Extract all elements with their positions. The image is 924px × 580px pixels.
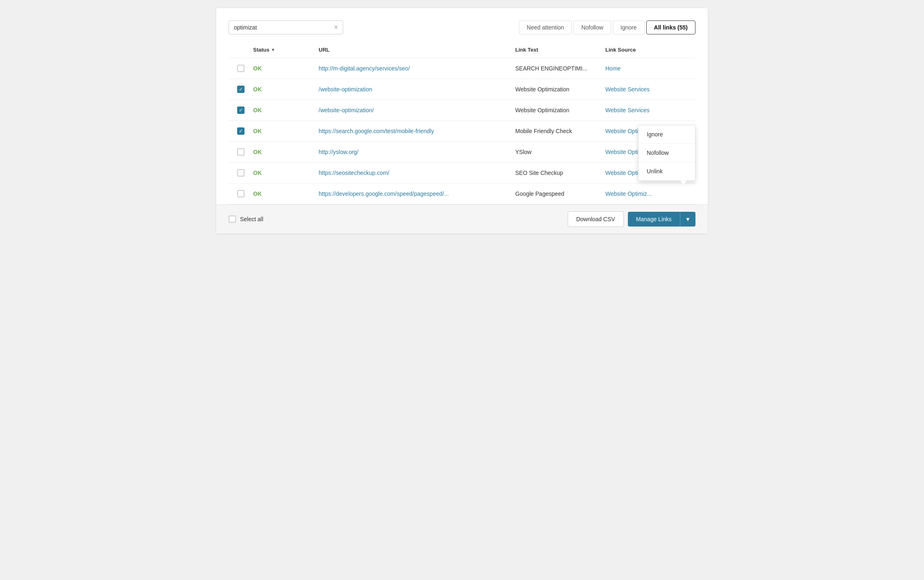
url-cell: /website-optimization <box>319 86 515 93</box>
table-row: OK http://m-digital.agency/services/seo/… <box>229 58 695 79</box>
checkbox-cell <box>229 169 253 177</box>
status-cell: OK <box>253 107 319 113</box>
footer-bar: Select all Download CSV Manage Links ▼ <box>216 204 708 233</box>
row-checkbox[interactable] <box>237 86 245 93</box>
row-checkbox[interactable] <box>237 127 245 135</box>
table-row: OK /website-optimization/ Website Optimi… <box>229 100 695 121</box>
col-link-text: Link Text <box>515 47 605 53</box>
url-cell: /website-optimization/ <box>319 106 515 114</box>
url-cell: https://seositecheckup.com/ <box>319 169 515 177</box>
footer-actions: Download CSV Manage Links ▼ <box>568 211 695 227</box>
col-link-source: Link Source <box>605 47 695 53</box>
select-all-label: Select all <box>240 216 263 222</box>
top-bar: × Need attention Nofollow Ignore All lin… <box>229 20 695 34</box>
source-cell: Website Services <box>605 86 695 93</box>
source-link[interactable]: Website Services <box>605 107 650 113</box>
manage-links-dropdown-button[interactable]: ▼ <box>680 212 695 227</box>
status-cell: OK <box>253 190 319 197</box>
tab-nofollow[interactable]: Nofollow <box>573 20 611 34</box>
col-checkbox <box>229 47 253 53</box>
url-link[interactable]: /website-optimization <box>319 86 372 93</box>
checkbox-cell <box>229 86 253 93</box>
table-row: OK https://developers.google.com/speed/p… <box>229 184 695 204</box>
link-text-cell: Mobile Friendly Check <box>515 128 605 134</box>
url-link[interactable]: http://m-digital.agency/services/seo/ <box>319 65 410 72</box>
link-text-cell: SEO Site Checkup <box>515 170 605 176</box>
row-checkbox[interactable] <box>237 148 245 156</box>
url-link[interactable]: https://developers.google.com/speed/page… <box>319 190 449 197</box>
dropdown-ignore[interactable]: Ignore <box>639 125 695 144</box>
url-cell: https://developers.google.com/speed/page… <box>319 190 515 197</box>
main-container: × Need attention Nofollow Ignore All lin… <box>216 8 708 233</box>
table-row: OK http://yslow.org/ YSlow Website Optim… <box>229 142 695 163</box>
search-clear-button[interactable]: × <box>334 24 338 31</box>
source-cell: Website Optimiz... Ignore Nofollow Unlin… <box>605 190 695 197</box>
sort-icon: ▼ <box>271 48 275 52</box>
row-checkbox[interactable] <box>237 65 245 72</box>
status-cell: OK <box>253 128 319 134</box>
dropdown-unlink[interactable]: Unlink <box>639 162 695 181</box>
table-header: Status ▼ URL Link Text Link Source <box>229 47 695 58</box>
status-cell: OK <box>253 149 319 155</box>
manage-links-button[interactable]: Manage Links <box>628 212 680 227</box>
link-text-cell: Google Pagespeed <box>515 190 605 197</box>
select-all-wrapper: Select all <box>229 215 263 223</box>
status-cell: OK <box>253 86 319 93</box>
url-cell: http://yslow.org/ <box>319 148 515 156</box>
link-text-cell: Website Optimization <box>515 107 605 113</box>
table-row: OK https://seositecheckup.com/ SEO Site … <box>229 163 695 184</box>
source-link[interactable]: Home <box>605 65 621 72</box>
context-dropdown-menu: Ignore Nofollow Unlink <box>638 125 695 181</box>
url-link[interactable]: /website-optimization/ <box>319 107 374 113</box>
search-input[interactable] <box>234 24 334 31</box>
source-link[interactable]: Website Services <box>605 86 650 93</box>
manage-links-group: Manage Links ▼ <box>628 212 695 227</box>
select-all-checkbox[interactable] <box>229 215 236 223</box>
checkbox-cell <box>229 127 253 135</box>
url-link[interactable]: https://search.google.com/test/mobile-fr… <box>319 128 434 134</box>
table-row: OK /website-optimization Website Optimiz… <box>229 79 695 100</box>
row-checkbox[interactable] <box>237 190 245 197</box>
link-text-cell: SEARCH ENGINEOPTIMI... <box>515 65 605 72</box>
status-cell: OK <box>253 65 319 72</box>
source-cell: Website Services <box>605 106 695 114</box>
status-cell: OK <box>253 170 319 176</box>
source-cell: Home <box>605 65 695 72</box>
url-cell: https://search.google.com/test/mobile-fr… <box>319 127 515 135</box>
tab-all-links[interactable]: All links (55) <box>646 20 695 34</box>
url-link[interactable]: https://seositecheckup.com/ <box>319 170 390 176</box>
col-url: URL <box>319 47 515 53</box>
dropdown-nofollow[interactable]: Nofollow <box>639 144 695 162</box>
download-csv-button[interactable]: Download CSV <box>568 211 624 227</box>
table-row: OK https://search.google.com/test/mobile… <box>229 121 695 142</box>
col-status[interactable]: Status ▼ <box>253 47 319 53</box>
link-text-cell: Website Optimization <box>515 86 605 93</box>
dropdown-arrow <box>680 181 687 185</box>
search-box: × <box>229 20 343 34</box>
link-text-cell: YSlow <box>515 149 605 155</box>
filter-tabs: Need attention Nofollow Ignore All links… <box>519 20 695 34</box>
tab-need-attention[interactable]: Need attention <box>519 20 572 34</box>
row-checkbox[interactable] <box>237 106 245 114</box>
tab-ignore[interactable]: Ignore <box>613 20 645 34</box>
source-link[interactable]: Website Optimiz... <box>605 190 652 197</box>
url-link[interactable]: http://yslow.org/ <box>319 149 358 155</box>
checkbox-cell <box>229 190 253 197</box>
checkbox-cell <box>229 106 253 114</box>
checkbox-cell <box>229 65 253 72</box>
links-table: Status ▼ URL Link Text Link Source OK ht… <box>229 47 695 204</box>
url-cell: http://m-digital.agency/services/seo/ <box>319 65 515 72</box>
row-checkbox[interactable] <box>237 169 245 177</box>
checkbox-cell <box>229 148 253 156</box>
